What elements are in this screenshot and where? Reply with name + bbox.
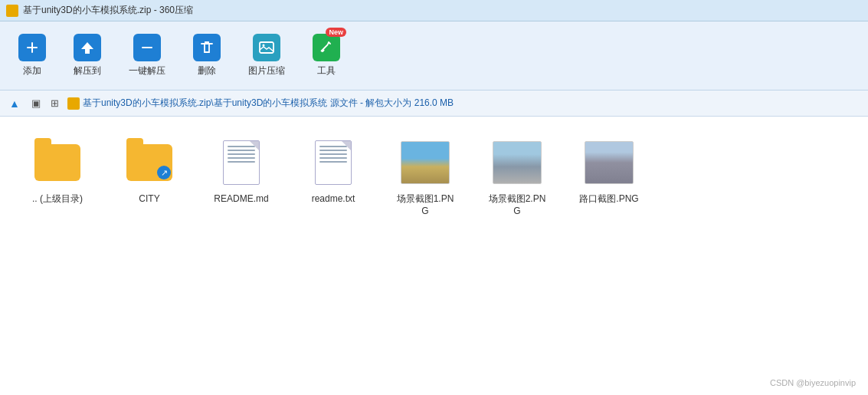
title-bar: 基于unity3D的小车模拟系统.zip - 360压缩 <box>0 0 868 21</box>
imgcomp-label: 图片压缩 <box>248 64 285 77</box>
toolbar-onekey-button[interactable]: 一键解压 <box>123 29 172 82</box>
nav-path-icon <box>67 97 80 110</box>
onekey-icon <box>133 34 161 61</box>
tools-icon: New <box>313 34 340 61</box>
file-item-road[interactable]: 路口截图.PNG <box>575 132 644 212</box>
nav-path: 基于unity3D的小车模拟系统.zip\基于unity3D的小车模拟系统 源文… <box>67 97 862 110</box>
svg-rect-1 <box>27 47 38 48</box>
file-name-parent: .. (上级目录) <box>32 193 83 206</box>
file-item-readme-txt[interactable]: readme.txt <box>299 132 368 212</box>
nav-path-text: 基于unity3D的小车模拟系统.zip\基于unity3D的小车模拟系统 源文… <box>83 97 454 110</box>
nav-bar: ▲ ▣ ⊞ 基于unity3D的小车模拟系统.zip\基于unity3D的小车模… <box>0 91 868 117</box>
toolbar-extract-button[interactable]: 解压到 <box>67 29 107 82</box>
file-item-parent[interactable]: .. (上级目录) <box>23 132 92 212</box>
toolbar: 添加解压到一键解压删除图片压缩New工具 <box>0 21 868 91</box>
svg-rect-3 <box>142 47 152 48</box>
nav-view-buttons: ▣ ⊞ <box>28 95 63 112</box>
file-icon-readme-md <box>217 138 266 187</box>
view-grid-button[interactable]: ⊞ <box>46 95 63 112</box>
file-name-readme-txt: readme.txt <box>312 193 355 206</box>
nav-up-button[interactable]: ▲ <box>6 95 23 112</box>
file-name-scene1: 场景截图1.PNG <box>395 193 455 217</box>
file-icon-city: ↗ <box>125 138 174 187</box>
toolbar-imgcomp-button[interactable]: 图片压缩 <box>242 29 291 82</box>
extract-label: 解压到 <box>74 64 101 77</box>
title-bar-text: 基于unity3D的小车模拟系统.zip - 360压缩 <box>23 4 193 17</box>
add-icon <box>18 34 46 61</box>
extract-icon <box>74 34 101 61</box>
file-item-scene1[interactable]: 场景截图1.PNG <box>391 132 460 223</box>
file-icon-scene2 <box>493 138 542 187</box>
tools-label: 工具 <box>317 64 336 77</box>
new-badge: New <box>326 28 346 37</box>
content-area: .. (上级目录)↗CITYREADME.mdreadme.txt场景截图1.P… <box>0 117 868 395</box>
file-icon-road <box>585 138 634 187</box>
file-icon-readme-txt <box>309 138 358 187</box>
file-icon-scene1 <box>401 138 450 187</box>
delete-label: 删除 <box>198 64 216 77</box>
file-item-scene2[interactable]: 场景截图2.PNG <box>483 132 552 223</box>
file-name-road: 路口截图.PNG <box>579 193 638 206</box>
file-name-city: CITY <box>139 193 159 206</box>
file-item-readme-md[interactable]: README.md <box>207 132 276 212</box>
onekey-label: 一键解压 <box>129 64 165 77</box>
view-square-button[interactable]: ▣ <box>28 95 44 112</box>
toolbar-delete-button[interactable]: 删除 <box>187 29 227 82</box>
file-icon-parent <box>33 138 82 187</box>
delete-icon <box>193 34 221 61</box>
app-icon <box>6 5 18 17</box>
file-name-scene2: 场景截图2.PNG <box>487 193 547 217</box>
file-name-readme-md: README.md <box>214 193 268 206</box>
add-label: 添加 <box>23 64 41 77</box>
svg-marker-2 <box>81 42 93 54</box>
watermark: CSDN @biyezuopinvip <box>770 378 856 387</box>
file-item-city[interactable]: ↗CITY <box>115 132 184 212</box>
svg-point-5 <box>263 44 265 47</box>
toolbar-add-button[interactable]: 添加 <box>12 29 52 82</box>
toolbar-tools-button[interactable]: New工具 <box>306 29 346 82</box>
imgcomp-icon <box>253 34 280 61</box>
file-grid: .. (上级目录)↗CITYREADME.mdreadme.txt场景截图1.P… <box>23 132 845 223</box>
